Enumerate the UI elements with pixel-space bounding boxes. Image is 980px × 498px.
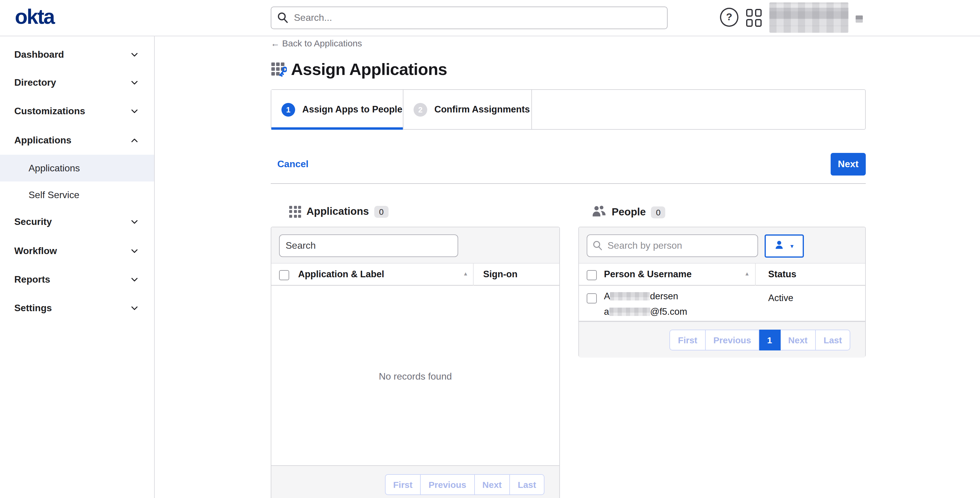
column-divider — [473, 264, 474, 286]
pagination-first-button[interactable]: First — [385, 474, 421, 495]
chevron-down-icon — [130, 51, 138, 61]
people-section-header: People 0 — [592, 205, 665, 220]
column-status: Status — [768, 269, 796, 280]
people-search-input[interactable] — [587, 234, 758, 257]
people-count-badge: 0 — [651, 206, 665, 218]
chevron-down-icon — [130, 247, 138, 258]
step-2-badge: 2 — [414, 103, 427, 116]
people-panel-footer: First Previous 1 Next Last — [579, 321, 865, 358]
sidebar-item-reports[interactable]: Reports — [0, 266, 154, 294]
people-search — [587, 234, 758, 257]
applications-pagination: First Previous Next Last — [385, 474, 545, 495]
step-1-badge: 1 — [282, 103, 295, 116]
column-divider — [755, 264, 756, 286]
user-menu-redacted[interactable] — [769, 2, 848, 33]
people-table-header: Person & Username ▲ Status — [579, 264, 865, 286]
sort-ascending-icon[interactable]: ▲ — [463, 271, 468, 277]
sidebar-subitem-self-service[interactable]: Self Service — [0, 181, 154, 208]
global-search — [271, 6, 668, 29]
wizard-steps: 1 Assign Apps to People 2 Confirm Assign… — [271, 89, 866, 130]
applications-count-badge: 0 — [374, 205, 388, 218]
person-username: a@f5.com — [604, 306, 687, 317]
redacted-name-segment — [610, 292, 650, 301]
applications-search-input[interactable] — [279, 234, 458, 257]
sidebar-item-settings[interactable]: Settings — [0, 294, 154, 323]
app-switcher-icon[interactable] — [746, 9, 763, 27]
applications-panel-footer: First Previous Next Last — [271, 465, 559, 498]
people-panel: ▼ Person & Username ▲ Status Adersen a@f… — [578, 227, 866, 357]
person-icon — [774, 240, 784, 252]
global-search-input[interactable] — [271, 6, 668, 29]
sidebar-subitem-applications[interactable]: Applications — [0, 155, 154, 181]
assign-applications-icon — [271, 60, 287, 79]
people-search-strip: ▼ — [579, 227, 865, 264]
people-icon — [592, 205, 606, 220]
column-person-username[interactable]: Person & Username — [604, 269, 692, 280]
sidebar-item-security[interactable]: Security — [0, 208, 154, 236]
applications-panel: Application & Label ▲ Sign-on No records… — [271, 227, 560, 498]
pagination-next-button[interactable]: Next — [780, 329, 816, 350]
page-title-row: Assign Applications — [271, 60, 447, 79]
chevron-down-icon — [130, 275, 138, 286]
sidebar-item-customizations[interactable]: Customizations — [0, 97, 154, 126]
pagination-last-button[interactable]: Last — [510, 474, 544, 495]
person-row-checkbox[interactable] — [587, 293, 597, 304]
divider — [271, 183, 866, 184]
chevron-down-icon — [130, 304, 138, 315]
tab-assign-apps-to-people[interactable]: 1 Assign Apps to People — [271, 90, 403, 129]
pagination-previous-button[interactable]: Previous — [421, 474, 475, 495]
tab-confirm-assignments[interactable]: 2 Confirm Assignments — [403, 90, 532, 129]
next-button[interactable]: Next — [830, 153, 866, 175]
search-icon — [593, 240, 603, 253]
people-select-all-checkbox[interactable] — [587, 270, 597, 280]
okta-logo[interactable]: okta — [15, 5, 54, 29]
help-icon[interactable]: ? — [720, 8, 738, 27]
chevron-down-icon — [130, 78, 138, 89]
sidebar-item-workflow[interactable]: Workflow — [0, 237, 154, 266]
back-to-applications-link[interactable]: ← Back to Applications — [271, 38, 362, 48]
people-pagination: First Previous 1 Next Last — [670, 329, 850, 350]
cancel-link[interactable]: Cancel — [277, 159, 309, 170]
redacted-username-segment — [609, 308, 650, 316]
pagination-last-button[interactable]: Last — [816, 329, 850, 350]
person-name: Adersen — [604, 291, 678, 302]
applications-search — [279, 234, 458, 257]
chevron-up-icon — [130, 136, 138, 147]
chevron-down-icon — [130, 107, 138, 118]
applications-table-header: Application & Label ▲ Sign-on — [271, 264, 559, 286]
pagination-first-button[interactable]: First — [670, 329, 706, 350]
pagination-page-1-button[interactable]: 1 — [760, 329, 781, 350]
search-icon — [277, 12, 289, 25]
applications-section-header: Applications 0 — [289, 205, 388, 218]
pagination-previous-button[interactable]: Previous — [706, 329, 760, 350]
sort-ascending-icon[interactable]: ▲ — [745, 271, 750, 277]
chevron-down-icon — [130, 218, 138, 229]
top-bar: okta ? — [0, 0, 980, 36]
sidebar-item-directory[interactable]: Directory — [0, 68, 154, 97]
person-status: Active — [768, 293, 793, 304]
user-menu-caret-icon[interactable] — [856, 16, 863, 22]
page-title: Assign Applications — [291, 60, 447, 79]
column-application-label[interactable]: Application & Label — [298, 269, 384, 280]
people-filter-dropdown[interactable]: ▼ — [765, 234, 804, 258]
applications-grid-icon — [289, 205, 301, 218]
sidebar-item-dashboard[interactable]: Dashboard — [0, 40, 154, 69]
person-row[interactable]: Adersen a@f5.com Active — [579, 286, 865, 321]
pagination-next-button[interactable]: Next — [474, 474, 510, 495]
no-records-message: No records found — [271, 371, 559, 382]
sidebar-item-applications[interactable]: Applications — [0, 126, 154, 155]
caret-down-icon: ▼ — [789, 243, 795, 249]
applications-search-strip — [271, 227, 559, 264]
column-sign-on: Sign-on — [483, 269, 517, 280]
sidebar-nav: Dashboard Directory Customizations Appli… — [0, 36, 155, 498]
applications-select-all-checkbox[interactable] — [279, 270, 289, 280]
